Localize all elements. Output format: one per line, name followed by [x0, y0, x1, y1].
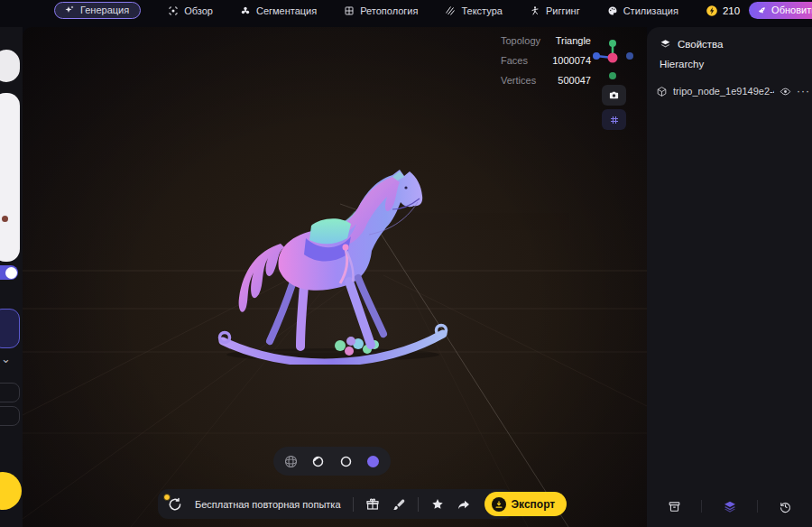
assets-button[interactable]: [668, 500, 681, 513]
layers-tab-button[interactable]: [723, 499, 737, 513]
sidebar-image-card[interactable]: [0, 93, 20, 262]
view-mode-switcher: [273, 447, 391, 476]
cube-icon: [656, 86, 668, 97]
properties-panel: Свойства Hierarchy tripo_node_1e9149e2-4…: [647, 27, 812, 527]
archive-box-icon: [668, 500, 681, 513]
node-more-button[interactable]: ···: [797, 85, 810, 97]
top-nav: Генерация Обзор Сегментация Ретопология …: [0, 0, 812, 21]
texture-lines-icon: [445, 5, 456, 16]
tab-overview[interactable]: Обзор: [168, 5, 213, 16]
grid-icon: [609, 115, 620, 125]
topbar-right-group: 210 Обновить: [706, 1, 812, 20]
app-window: Генерация Обзор Сегментация Ретопология …: [0, 0, 812, 527]
stat-faces: Faces 1000074: [501, 51, 591, 70]
export-button[interactable]: Экспорт: [484, 492, 567, 516]
tab-retopology[interactable]: Ретопология: [344, 5, 418, 16]
divider: [353, 497, 354, 512]
divider: [757, 500, 758, 513]
sparkles-icon: [64, 5, 75, 15]
gizmo-x-neg: [593, 52, 600, 60]
stat-value: 500047: [548, 75, 591, 86]
paint-button[interactable]: [392, 497, 406, 512]
layers-icon: [660, 38, 671, 50]
credits-count: 210: [723, 5, 740, 16]
chevron-down-icon[interactable]: ⌄: [1, 352, 11, 365]
coin-icon: [706, 5, 718, 17]
properties-header: Свойства: [660, 38, 724, 50]
gizmo-y-pos: [609, 40, 616, 47]
stat-label: Faces: [501, 55, 548, 66]
panel-bottom-toolbar: [647, 493, 812, 520]
stat-label: Topology: [501, 35, 548, 46]
history-icon: [779, 500, 792, 513]
stat-vertices: Vertices 500047: [501, 70, 591, 90]
tab-stylization[interactable]: Стилизация: [607, 5, 678, 16]
axis-gizmo[interactable]: [591, 36, 634, 83]
export-label: Экспорт: [512, 498, 556, 511]
download-icon: [492, 497, 506, 512]
retry-button[interactable]: [167, 496, 183, 513]
divider: [701, 500, 702, 513]
gift-icon: [365, 497, 380, 512]
sidebar-option-button[interactable]: [0, 406, 20, 426]
tab-label: Генерация: [80, 5, 129, 15]
camera-icon: [608, 89, 620, 101]
stat-topology: Topology Triangle: [501, 31, 591, 51]
free-coin-badge: [163, 494, 171, 501]
stat-value: Triangle: [548, 35, 591, 46]
palette-icon: [607, 5, 618, 16]
grid-toggle-button[interactable]: [602, 109, 626, 130]
hierarchy-label: Hierarchy: [660, 59, 704, 69]
view-mode-solid[interactable]: [335, 450, 356, 472]
properties-title: Свойства: [678, 39, 724, 50]
scan-icon: [168, 5, 179, 16]
sidebar-option-button[interactable]: [0, 383, 20, 402]
gizmo-y-neg: [609, 72, 616, 79]
upgrade-button[interactable]: Обновить: [749, 2, 812, 19]
share-button[interactable]: [457, 497, 471, 512]
history-button[interactable]: [779, 500, 792, 513]
segment-icon: [240, 5, 251, 16]
tab-generation[interactable]: Генерация: [54, 2, 141, 19]
viewport-3d[interactable]: Topology Triangle Faces 1000074 Vertices…: [23, 27, 647, 527]
screenshot-camera-button[interactable]: [602, 85, 626, 106]
view-mode-normal-active[interactable]: [363, 450, 384, 472]
model-rocking-horse[interactable]: [215, 168, 451, 365]
retry-label[interactable]: Бесплатная повторная попытка: [195, 499, 341, 510]
tab-segmentation[interactable]: Сегментация: [240, 5, 317, 16]
stat-label: Vertices: [501, 75, 548, 86]
left-sidebar: ⌄: [0, 27, 23, 527]
gizmo-center: [608, 53, 618, 63]
rocket-icon: [757, 5, 767, 15]
normal-map-dot-icon: [367, 456, 379, 467]
sidebar-selected-option[interactable]: [0, 309, 20, 348]
gizmo-x-pos: [626, 52, 633, 60]
node-name: tripo_node_1e9149e2-4...: [673, 86, 774, 97]
share-arrow-icon: [457, 497, 471, 512]
rig-person-icon: [530, 5, 540, 16]
sidebar-toggle[interactable]: [0, 265, 18, 280]
mesh-stats: Topology Triangle Faces 1000074 Vertices…: [501, 31, 591, 90]
view-mode-wireframe[interactable]: [280, 450, 301, 472]
wireframe-sphere-icon: [283, 454, 299, 469]
credits-balance[interactable]: 210: [706, 5, 740, 17]
upgrade-label: Обновить: [771, 5, 812, 15]
layers-stack-icon: [723, 499, 737, 513]
shaded-sphere-icon: [311, 455, 325, 468]
visibility-toggle[interactable]: [780, 86, 791, 97]
star-icon: [430, 497, 445, 512]
tab-label: Стилизация: [623, 5, 678, 16]
hierarchy-node-row[interactable]: tripo_node_1e9149e2-4... ···: [656, 81, 810, 101]
generate-button-partial[interactable]: [0, 472, 22, 510]
tab-label: Текстура: [461, 5, 502, 16]
tab-rigging[interactable]: Риггинг: [530, 5, 580, 16]
sidebar-thumbnail-small[interactable]: [0, 50, 20, 82]
stat-value: 1000074: [548, 55, 591, 66]
tab-label: Обзор: [184, 5, 213, 16]
favorite-button[interactable]: [430, 497, 445, 512]
tab-texture[interactable]: Текстура: [445, 5, 502, 16]
divider: [418, 497, 419, 512]
view-mode-shaded[interactable]: [308, 450, 329, 472]
retopo-grid-icon: [344, 5, 355, 16]
gift-button[interactable]: [365, 497, 380, 512]
